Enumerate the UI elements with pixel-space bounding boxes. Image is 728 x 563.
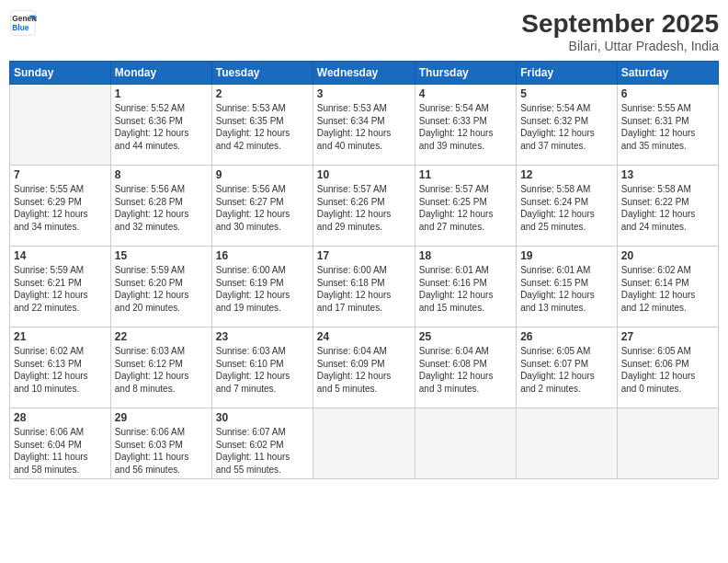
col-sunday: Sunday bbox=[10, 62, 111, 85]
table-row: 5Sunrise: 5:54 AM Sunset: 6:32 PM Daylig… bbox=[517, 85, 618, 166]
day-info: Sunrise: 6:00 AM Sunset: 6:19 PM Dayligh… bbox=[216, 264, 309, 314]
day-info: Sunrise: 5:54 AM Sunset: 6:33 PM Dayligh… bbox=[419, 102, 512, 152]
day-info: Sunrise: 6:03 AM Sunset: 6:10 PM Dayligh… bbox=[216, 345, 309, 395]
week-row-3: 14Sunrise: 5:59 AM Sunset: 6:21 PM Dayli… bbox=[10, 247, 719, 327]
day-info: Sunrise: 6:05 AM Sunset: 6:06 PM Dayligh… bbox=[621, 345, 714, 395]
table-row: 29Sunrise: 6:06 AM Sunset: 6:03 PM Dayli… bbox=[110, 408, 211, 479]
table-row: 9Sunrise: 5:56 AM Sunset: 6:27 PM Daylig… bbox=[211, 166, 313, 247]
table-row: 7Sunrise: 5:55 AM Sunset: 6:29 PM Daylig… bbox=[10, 166, 111, 247]
table-row: 6Sunrise: 5:55 AM Sunset: 6:31 PM Daylig… bbox=[617, 85, 718, 166]
table-row: 2Sunrise: 5:53 AM Sunset: 6:35 PM Daylig… bbox=[211, 85, 313, 166]
day-number: 24 bbox=[317, 330, 411, 343]
day-number: 19 bbox=[520, 249, 613, 262]
table-row bbox=[415, 408, 516, 479]
table-row: 4Sunrise: 5:54 AM Sunset: 6:33 PM Daylig… bbox=[415, 85, 516, 166]
day-info: Sunrise: 6:00 AM Sunset: 6:18 PM Dayligh… bbox=[317, 264, 411, 314]
week-row-4: 21Sunrise: 6:02 AM Sunset: 6:13 PM Dayli… bbox=[10, 327, 719, 408]
day-number: 1 bbox=[115, 87, 208, 100]
day-number: 7 bbox=[14, 168, 107, 181]
day-info: Sunrise: 5:52 AM Sunset: 6:36 PM Dayligh… bbox=[115, 102, 208, 152]
title-block: September 2025 Bilari, Uttar Pradesh, In… bbox=[521, 9, 719, 53]
table-row: 24Sunrise: 6:04 AM Sunset: 6:09 PM Dayli… bbox=[313, 327, 415, 408]
table-row: 13Sunrise: 5:58 AM Sunset: 6:22 PM Dayli… bbox=[617, 166, 718, 247]
table-row: 16Sunrise: 6:00 AM Sunset: 6:19 PM Dayli… bbox=[211, 247, 313, 327]
day-info: Sunrise: 6:03 AM Sunset: 6:12 PM Dayligh… bbox=[115, 345, 208, 395]
col-tuesday: Tuesday bbox=[211, 62, 313, 85]
day-info: Sunrise: 6:02 AM Sunset: 6:14 PM Dayligh… bbox=[621, 264, 714, 314]
table-row: 30Sunrise: 6:07 AM Sunset: 6:02 PM Dayli… bbox=[211, 408, 313, 479]
table-row: 15Sunrise: 5:59 AM Sunset: 6:20 PM Dayli… bbox=[110, 247, 211, 327]
header-row: Sunday Monday Tuesday Wednesday Thursday… bbox=[10, 62, 719, 85]
day-number: 5 bbox=[520, 87, 613, 100]
day-info: Sunrise: 5:53 AM Sunset: 6:35 PM Dayligh… bbox=[216, 102, 309, 152]
day-number: 30 bbox=[216, 411, 309, 424]
logo: General Blue bbox=[9, 9, 37, 37]
day-info: Sunrise: 5:57 AM Sunset: 6:25 PM Dayligh… bbox=[419, 183, 512, 233]
table-row: 14Sunrise: 5:59 AM Sunset: 6:21 PM Dayli… bbox=[10, 247, 111, 327]
col-saturday: Saturday bbox=[617, 62, 718, 85]
day-number: 20 bbox=[621, 249, 714, 262]
day-number: 10 bbox=[317, 168, 411, 181]
table-row: 12Sunrise: 5:58 AM Sunset: 6:24 PM Dayli… bbox=[517, 166, 618, 247]
day-number: 21 bbox=[14, 330, 107, 343]
table-row: 18Sunrise: 6:01 AM Sunset: 6:16 PM Dayli… bbox=[415, 247, 516, 327]
day-info: Sunrise: 6:07 AM Sunset: 6:02 PM Dayligh… bbox=[216, 426, 309, 476]
table-row: 26Sunrise: 6:05 AM Sunset: 6:07 PM Dayli… bbox=[517, 327, 618, 408]
table-row: 22Sunrise: 6:03 AM Sunset: 6:12 PM Dayli… bbox=[110, 327, 211, 408]
week-row-5: 28Sunrise: 6:06 AM Sunset: 6:04 PM Dayli… bbox=[10, 408, 719, 479]
day-info: Sunrise: 5:57 AM Sunset: 6:26 PM Dayligh… bbox=[317, 183, 411, 233]
table-row: 17Sunrise: 6:00 AM Sunset: 6:18 PM Dayli… bbox=[313, 247, 415, 327]
day-info: Sunrise: 6:05 AM Sunset: 6:07 PM Dayligh… bbox=[520, 345, 613, 395]
day-number: 6 bbox=[621, 87, 714, 100]
day-number: 8 bbox=[115, 168, 208, 181]
day-info: Sunrise: 5:55 AM Sunset: 6:29 PM Dayligh… bbox=[14, 183, 107, 233]
day-info: Sunrise: 6:06 AM Sunset: 6:03 PM Dayligh… bbox=[115, 426, 208, 476]
day-info: Sunrise: 5:56 AM Sunset: 6:27 PM Dayligh… bbox=[216, 183, 309, 233]
day-number: 22 bbox=[115, 330, 208, 343]
logo-icon: General Blue bbox=[9, 9, 37, 37]
day-info: Sunrise: 6:04 AM Sunset: 6:08 PM Dayligh… bbox=[419, 345, 512, 395]
day-number: 13 bbox=[621, 168, 714, 181]
day-number: 11 bbox=[419, 168, 512, 181]
day-number: 15 bbox=[115, 249, 208, 262]
day-number: 9 bbox=[216, 168, 309, 181]
table-row bbox=[617, 408, 718, 479]
day-number: 18 bbox=[419, 249, 512, 262]
day-info: Sunrise: 5:58 AM Sunset: 6:22 PM Dayligh… bbox=[621, 183, 714, 233]
day-number: 3 bbox=[317, 87, 411, 100]
day-info: Sunrise: 6:01 AM Sunset: 6:15 PM Dayligh… bbox=[520, 264, 613, 314]
table-row: 23Sunrise: 6:03 AM Sunset: 6:10 PM Dayli… bbox=[211, 327, 313, 408]
day-info: Sunrise: 5:53 AM Sunset: 6:34 PM Dayligh… bbox=[317, 102, 411, 152]
day-number: 12 bbox=[520, 168, 613, 181]
day-number: 2 bbox=[216, 87, 309, 100]
day-number: 28 bbox=[14, 411, 107, 424]
calendar-table: Sunday Monday Tuesday Wednesday Thursday… bbox=[9, 61, 719, 479]
col-monday: Monday bbox=[110, 62, 211, 85]
table-row bbox=[313, 408, 415, 479]
subtitle: Bilari, Uttar Pradesh, India bbox=[521, 39, 719, 53]
table-row: 20Sunrise: 6:02 AM Sunset: 6:14 PM Dayli… bbox=[617, 247, 718, 327]
table-row: 19Sunrise: 6:01 AM Sunset: 6:15 PM Dayli… bbox=[517, 247, 618, 327]
col-friday: Friday bbox=[517, 62, 618, 85]
day-info: Sunrise: 5:59 AM Sunset: 6:20 PM Dayligh… bbox=[115, 264, 208, 314]
calendar-page: General Blue September 2025 Bilari, Utta… bbox=[0, 0, 728, 563]
day-number: 23 bbox=[216, 330, 309, 343]
day-info: Sunrise: 5:55 AM Sunset: 6:31 PM Dayligh… bbox=[621, 102, 714, 152]
table-row bbox=[517, 408, 618, 479]
day-number: 4 bbox=[419, 87, 512, 100]
day-number: 17 bbox=[317, 249, 411, 262]
day-number: 27 bbox=[621, 330, 714, 343]
day-number: 16 bbox=[216, 249, 309, 262]
table-row: 28Sunrise: 6:06 AM Sunset: 6:04 PM Dayli… bbox=[10, 408, 111, 479]
table-row: 8Sunrise: 5:56 AM Sunset: 6:28 PM Daylig… bbox=[110, 166, 211, 247]
day-info: Sunrise: 5:56 AM Sunset: 6:28 PM Dayligh… bbox=[115, 183, 208, 233]
day-info: Sunrise: 6:01 AM Sunset: 6:16 PM Dayligh… bbox=[419, 264, 512, 314]
col-wednesday: Wednesday bbox=[313, 62, 415, 85]
day-info: Sunrise: 6:02 AM Sunset: 6:13 PM Dayligh… bbox=[14, 345, 107, 395]
table-row: 11Sunrise: 5:57 AM Sunset: 6:25 PM Dayli… bbox=[415, 166, 516, 247]
svg-text:Blue: Blue bbox=[12, 23, 28, 32]
day-info: Sunrise: 6:04 AM Sunset: 6:09 PM Dayligh… bbox=[317, 345, 411, 395]
week-row-1: 1Sunrise: 5:52 AM Sunset: 6:36 PM Daylig… bbox=[10, 85, 719, 166]
day-info: Sunrise: 5:54 AM Sunset: 6:32 PM Dayligh… bbox=[520, 102, 613, 152]
table-row: 3Sunrise: 5:53 AM Sunset: 6:34 PM Daylig… bbox=[313, 85, 415, 166]
